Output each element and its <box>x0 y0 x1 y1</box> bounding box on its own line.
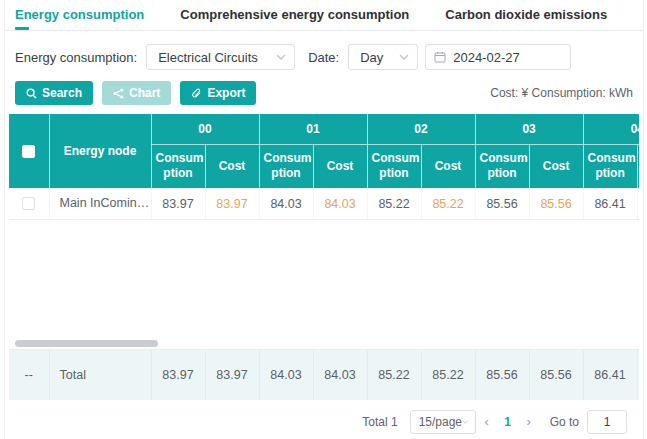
cost-value: 83.97 <box>205 188 259 219</box>
energy-type-value: Electrical Circuits <box>158 50 258 65</box>
export-button-label: Export <box>207 86 245 100</box>
consumption-value: 86.41 <box>583 188 637 219</box>
date-value: 2024-02-27 <box>453 50 520 65</box>
consumption-header: Consum ption <box>367 144 421 188</box>
total-cost: 85.56 <box>529 350 583 400</box>
cost-value: 84.03 <box>313 188 367 219</box>
total-consumption: 83.97 <box>151 350 205 400</box>
chart-button-label: Chart <box>129 86 160 100</box>
hour-group-02: 02 <box>367 114 475 144</box>
consumption-value: 85.22 <box>367 188 421 219</box>
magnifier-icon <box>26 88 37 99</box>
filter-row: Energy consumption: Electrical Circuits … <box>5 44 643 70</box>
cost-header: Cost <box>637 144 639 188</box>
cost-header: Cost <box>205 144 259 188</box>
cost-value: 85.56 <box>529 188 583 219</box>
table-row: Main InComing Lin... 83.97 83.97 84.03 8… <box>9 188 639 219</box>
date-granularity-select[interactable]: Day <box>348 44 418 70</box>
energy-node-name: Main InComing Lin... <box>49 188 151 219</box>
chevron-down-icon <box>276 54 286 60</box>
energy-table: Energy node 00 01 02 03 04 Consum ption … <box>9 114 639 220</box>
table-empty-area <box>5 220 643 339</box>
chevron-down-icon <box>399 54 409 60</box>
hour-group-01: 01 <box>259 114 367 144</box>
tab-carbon-dioxide[interactable]: Carbon dioxide emissions <box>445 7 607 30</box>
consumption-value: 85.56 <box>475 188 529 219</box>
date-picker[interactable]: 2024-02-27 <box>425 44 571 70</box>
row-checkbox-cell <box>9 188 49 219</box>
current-page[interactable]: 1 <box>498 415 518 429</box>
energy-node-header: Energy node <box>49 114 151 188</box>
consumption-header: Consum ption <box>151 144 205 188</box>
energy-panel: Energy consumption Comprehensive energy … <box>4 0 644 439</box>
chart-button[interactable]: Chart <box>102 81 171 105</box>
total-cost: 85.22 <box>421 350 475 400</box>
consumption-header: Consum ption <box>475 144 529 188</box>
total-label: Total <box>49 350 151 400</box>
hour-group-00: 00 <box>151 114 259 144</box>
tab-energy-consumption[interactable]: Energy consumption <box>15 7 144 30</box>
total-consumption: 85.56 <box>475 350 529 400</box>
hour-group-03: 03 <box>475 114 583 144</box>
cost-header: Cost <box>421 144 475 188</box>
toolbar: Search Chart Export Cost: ¥ Consumption:… <box>5 81 643 105</box>
select-all-cell <box>9 114 49 188</box>
tab-comprehensive-energy[interactable]: Comprehensive energy consumption <box>180 7 409 30</box>
hour-group-04: 04 <box>583 114 639 144</box>
consumption-header: Consum ption <box>583 144 637 188</box>
prev-page-button[interactable]: ‹ <box>476 414 498 429</box>
units-note: Cost: ¥ Consumption: kWh <box>490 86 633 100</box>
next-page-button[interactable]: › <box>518 414 540 429</box>
goto-label: Go to <box>550 415 579 429</box>
page-size-select[interactable]: 15/page <box>410 410 476 434</box>
cost-header: Cost <box>313 144 367 188</box>
calendar-icon <box>434 51 446 63</box>
goto-page-input[interactable] <box>587 410 627 434</box>
total-consumption: 86.41 <box>583 350 637 400</box>
pagination-total: Total 1 <box>362 415 397 429</box>
cost-header: Cost <box>529 144 583 188</box>
row-checkbox[interactable] <box>22 197 35 210</box>
tab-bar: Energy consumption Comprehensive energy … <box>5 0 643 31</box>
consumption-header: Consum ption <box>259 144 313 188</box>
pagination: Total 1 15/page ‹ 1 › Go to <box>5 410 643 434</box>
page-size-value: 15/page <box>419 415 462 429</box>
energy-consumption-label: Energy consumption: <box>15 50 137 65</box>
total-consumption: 85.22 <box>367 350 421 400</box>
total-consumption: 84.03 <box>259 350 313 400</box>
date-label: Date: <box>308 50 339 65</box>
export-button[interactable]: Export <box>180 81 256 105</box>
paperclip-icon <box>191 88 202 99</box>
total-cost <box>637 350 639 400</box>
total-placeholder: -- <box>9 350 49 400</box>
total-cost: 84.03 <box>313 350 367 400</box>
horizontal-scrollbar-thumb[interactable] <box>15 340 158 347</box>
chevron-down-icon <box>462 419 469 425</box>
share-icon <box>113 88 124 99</box>
consumption-value: 84.03 <box>259 188 313 219</box>
date-granularity-value: Day <box>360 50 383 65</box>
cost-value <box>637 188 639 219</box>
select-all-checkbox[interactable] <box>22 145 35 158</box>
cost-value: 85.22 <box>421 188 475 219</box>
total-cost: 83.97 <box>205 350 259 400</box>
search-button-label: Search <box>42 86 82 100</box>
search-button[interactable]: Search <box>15 81 93 105</box>
energy-type-select[interactable]: Electrical Circuits <box>146 44 295 70</box>
consumption-value: 83.97 <box>151 188 205 219</box>
horizontal-scrollbar <box>9 339 639 349</box>
total-row: -- Total 83.97 83.97 84.03 84.03 85.22 8… <box>9 349 639 400</box>
